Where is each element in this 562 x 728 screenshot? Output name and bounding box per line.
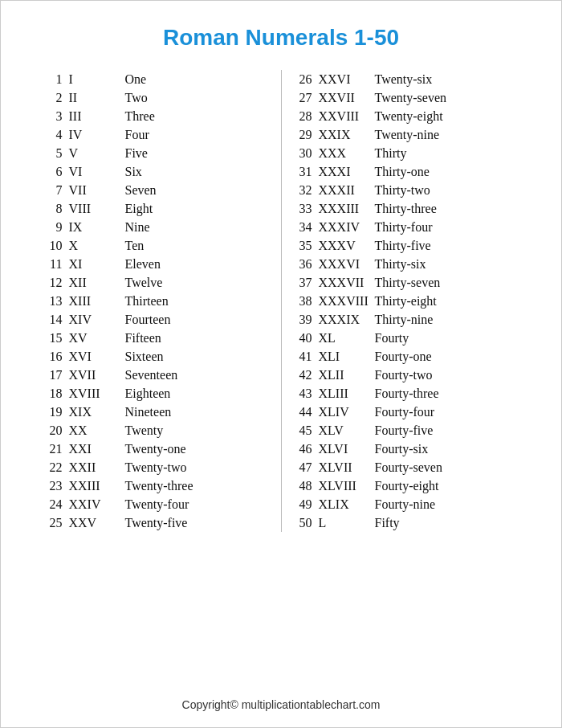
list-item: 13 XIII Thirteen (40, 292, 273, 310)
roman-numeral: III (69, 109, 125, 124)
word-label: Three (125, 109, 214, 124)
number: 43 (290, 386, 319, 401)
list-item: 47 XLVII Fourty-seven (290, 458, 523, 476)
word-label: Fourty-three (375, 386, 463, 401)
list-item: 8 VIII Eight (40, 199, 273, 218)
roman-numeral: XXIV (69, 497, 125, 512)
word-label: Twenty-two (125, 460, 214, 475)
word-label: Nineteen (125, 405, 214, 419)
list-item: 39 XXXIX Thirty-nine (290, 310, 523, 329)
roman-numeral: XLIII (319, 386, 375, 401)
list-item: 3 III Three (40, 107, 273, 125)
list-item: 15 XV Fifteen (40, 329, 273, 347)
roman-numeral: X (69, 239, 125, 253)
word-label: Ten (125, 239, 214, 253)
word-label: Twenty-seven (375, 91, 463, 105)
word-label: Twenty (125, 423, 214, 438)
number: 49 (290, 497, 319, 512)
footer: Copyright© multiplicationtablechart.com (182, 679, 381, 711)
number: 36 (290, 257, 319, 272)
roman-numeral: XXXVI (319, 257, 375, 272)
list-item: 34 XXXIV Thirty-four (290, 218, 523, 236)
word-label: Fourty-seven (375, 460, 463, 475)
word-label: Thirty-seven (375, 276, 463, 290)
list-item: 27 XXVII Twenty-seven (290, 88, 523, 107)
word-label: Fourty-eight (375, 479, 463, 493)
number: 22 (40, 460, 69, 475)
roman-numeral: XLVIII (319, 479, 375, 493)
roman-numeral: XX (69, 423, 125, 438)
list-item: 5 V Five (40, 144, 273, 162)
list-item: 24 XXIV Twenty-four (40, 495, 273, 513)
list-item: 14 XIV Fourteen (40, 310, 273, 329)
word-label: Fourteen (125, 313, 214, 327)
list-item: 28 XXVIII Twenty-eight (290, 107, 523, 125)
number: 10 (40, 239, 69, 253)
list-item: 42 XLII Fourty-two (290, 366, 523, 384)
list-item: 11 XI Eleven (40, 255, 273, 273)
word-label: Thirty-eight (375, 294, 463, 309)
number: 19 (40, 405, 69, 419)
number: 25 (40, 516, 69, 530)
list-item: 26 XXVI Twenty-six (290, 70, 523, 88)
word-label: Thirty (375, 146, 463, 161)
number: 3 (40, 109, 69, 124)
list-item: 35 XXXV Thirty-five (290, 236, 523, 255)
number: 31 (290, 165, 319, 179)
word-label: Sixteen (125, 350, 214, 364)
list-item: 37 XXXVII Thirty-seven (290, 273, 523, 292)
number: 17 (40, 368, 69, 382)
page-wrapper: Roman Numerals 1-50 1 I One 2 II Two 3 I… (0, 0, 562, 728)
list-item: 33 XXXIII Thirty-three (290, 199, 523, 218)
number: 13 (40, 294, 69, 309)
number: 50 (290, 516, 319, 530)
word-label: One (125, 72, 214, 87)
column-divider (281, 70, 282, 532)
roman-numeral: XII (69, 276, 125, 290)
roman-numeral: II (69, 91, 125, 105)
number: 5 (40, 146, 69, 161)
list-item: 30 XXX Thirty (290, 144, 523, 162)
list-item: 49 XLIX Fourty-nine (290, 495, 523, 513)
roman-numeral: XIV (69, 313, 125, 327)
list-item: 40 XL Fourty (290, 329, 523, 347)
word-label: Thirty-two (375, 183, 463, 198)
list-item: 50 L Fifty (290, 513, 523, 532)
list-item: 45 XLV Fourty-five (290, 421, 523, 440)
roman-numeral: XLIV (319, 405, 375, 419)
word-label: Nine (125, 220, 214, 235)
roman-numeral: XXXVIII (319, 294, 375, 309)
number: 24 (40, 497, 69, 512)
word-label: Thirty-one (375, 165, 463, 179)
word-label: Thirty-three (375, 202, 463, 216)
list-item: 36 XXXVI Thirty-six (290, 255, 523, 273)
word-label: Twenty-nine (375, 128, 463, 142)
number: 9 (40, 220, 69, 235)
word-label: Fourty-six (375, 442, 463, 456)
roman-numeral: XXXV (319, 239, 375, 253)
word-label: Seven (125, 183, 214, 198)
roman-numeral: XXIII (69, 479, 125, 493)
number: 44 (290, 405, 319, 419)
number: 48 (290, 479, 319, 493)
roman-numeral: XXXIX (319, 313, 375, 327)
roman-numeral: XXIX (319, 128, 375, 142)
list-item: 46 XLVI Fourty-six (290, 440, 523, 458)
word-label: Twenty-one (125, 442, 214, 456)
word-label: Four (125, 128, 214, 142)
roman-numeral: XLVI (319, 442, 375, 456)
list-item: 10 X Ten (40, 236, 273, 255)
list-item: 18 XVIII Eighteen (40, 384, 273, 403)
number: 26 (290, 72, 319, 87)
list-item: 41 XLI Fourty-one (290, 347, 523, 366)
roman-numeral: XLII (319, 368, 375, 382)
list-item: 4 IV Four (40, 125, 273, 144)
word-label: Thirty-five (375, 239, 463, 253)
roman-numeral: XLI (319, 350, 375, 364)
roman-numeral: XXXIV (319, 220, 375, 235)
word-label: Fourty-two (375, 368, 463, 382)
number: 34 (290, 220, 319, 235)
number: 29 (290, 128, 319, 142)
roman-numeral: XVIII (69, 386, 125, 401)
word-label: Six (125, 165, 214, 179)
